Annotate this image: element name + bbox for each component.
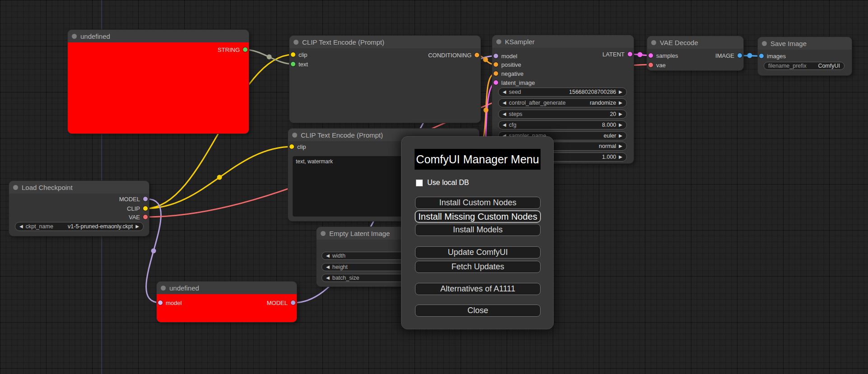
node-title: Save Image [770, 40, 807, 47]
vae-port-dot[interactable] [143, 215, 148, 219]
decrement-arrow-icon[interactable]: ◀ [326, 254, 330, 258]
node-title: CLIP Text Encode (Prompt) [302, 38, 384, 46]
model-port-dot[interactable] [158, 300, 163, 305]
input-port-samples[interactable]: samples [649, 51, 678, 60]
output-port-model[interactable]: MODEL [119, 195, 148, 203]
image-port-dot[interactable] [759, 54, 764, 58]
output-port-clip[interactable]: CLIP [127, 204, 148, 212]
input-port-vae[interactable]: vae [649, 61, 666, 69]
latent-port-dot[interactable] [494, 80, 498, 85]
input-port-negative[interactable]: negative [494, 69, 523, 78]
conditioning-port-dot[interactable] [475, 53, 479, 57]
conditioning-port-dot[interactable] [494, 71, 498, 76]
collapse-dot-icon[interactable] [762, 41, 767, 46]
clip-port-dot[interactable] [143, 206, 148, 211]
string-port-dot[interactable] [291, 62, 295, 66]
input-port-model[interactable]: model [158, 299, 182, 307]
collapse-dot-icon[interactable] [13, 185, 18, 190]
output-port-model[interactable]: MODEL [267, 299, 295, 307]
use-local-db-label: Use local DB [427, 179, 469, 187]
increment-arrow-icon[interactable]: ▶ [619, 90, 622, 94]
node-title: Empty Latent Image [329, 230, 390, 237]
collapse-dot-icon[interactable] [72, 34, 77, 39]
alternatives-of-a1111-button[interactable]: Alternatives of A1111 [415, 283, 541, 295]
increment-arrow-icon[interactable]: ▶ [619, 134, 622, 138]
node-title: CLIP Text Encode (Prompt) [301, 131, 383, 139]
node-title: KSampler [505, 38, 535, 46]
widget-filename-prefix[interactable]: filename_prefix ComfyUI [764, 62, 845, 70]
use-local-db-row: Use local DB [416, 179, 469, 187]
dialog-title: ComfyUI Manager Menu [415, 149, 541, 170]
update-comfyui-button[interactable]: Update ComfyUI [415, 246, 541, 259]
output-port-string[interactable]: STRING [218, 46, 247, 54]
collapse-dot-icon[interactable] [651, 40, 656, 45]
decrement-arrow-icon[interactable]: ◀ [503, 90, 506, 94]
input-port-text[interactable]: text [291, 60, 308, 68]
input-port-clip[interactable]: clip [289, 143, 306, 151]
widget-control-after-generate[interactable]: ◀ control_after_generate randomize ▶ [498, 98, 627, 107]
decrement-arrow-icon[interactable]: ◀ [503, 101, 506, 105]
string-port-dot[interactable] [243, 47, 247, 52]
output-port-conditioning[interactable]: CONDITIONING [428, 51, 479, 59]
node-save-image[interactable]: Save Image images filename_prefix ComfyU… [758, 37, 852, 75]
decrement-arrow-icon[interactable]: ◀ [326, 276, 330, 280]
clip-port-dot[interactable] [291, 52, 295, 57]
latent-port-dot[interactable] [628, 52, 632, 56]
close-button[interactable]: Close [415, 305, 541, 317]
node-load-checkpoint[interactable]: Load Checkpoint MODEL CLIP VAE ◀ ckpt_na… [9, 181, 149, 236]
input-port-latent-image[interactable]: latent_image [494, 78, 535, 87]
output-port-latent[interactable]: LATENT [602, 50, 632, 58]
widget-ckpt-name[interactable]: ◀ ckpt_name v1-5-pruned-emaonly.ckpt ▶ [15, 222, 144, 231]
increment-arrow-icon[interactable]: ▶ [619, 101, 622, 105]
use-local-db-checkbox[interactable] [416, 180, 423, 186]
collapse-dot-icon[interactable] [321, 231, 326, 236]
decrement-arrow-icon[interactable]: ◀ [503, 112, 506, 116]
node-title: VAE Decode [660, 39, 698, 46]
collapse-dot-icon[interactable] [294, 40, 299, 45]
install-models-button[interactable]: Install Models [415, 224, 541, 236]
node-clip-text-encode-positive[interactable]: CLIP Text Encode (Prompt) clip text COND… [289, 36, 481, 123]
collapse-dot-icon[interactable] [292, 133, 297, 138]
clip-port-dot[interactable] [289, 144, 294, 149]
collapse-dot-icon[interactable] [161, 286, 166, 291]
decrement-arrow-icon[interactable]: ◀ [503, 123, 506, 127]
node-canvas[interactable]: undefined STRING CLIP Text Encode (Promp… [0, 0, 868, 374]
input-port-images[interactable]: images [759, 52, 786, 60]
input-port-clip[interactable]: clip [291, 51, 308, 59]
decrement-arrow-icon[interactable]: ◀ [326, 265, 330, 269]
increment-arrow-icon[interactable]: ▶ [619, 123, 622, 127]
install-custom-nodes-button[interactable]: Install Custom Nodes [415, 197, 541, 209]
model-port-dot[interactable] [291, 300, 295, 305]
image-port-dot[interactable] [737, 53, 742, 58]
conditioning-port-dot[interactable] [494, 62, 498, 67]
comfyui-manager-menu-dialog: ComfyUI Manager Menu Use local DB Instal… [401, 136, 554, 329]
output-port-vae[interactable]: VAE [129, 213, 148, 221]
decrement-arrow-icon[interactable]: ◀ [19, 224, 23, 229]
increment-arrow-icon[interactable]: ▶ [135, 224, 139, 229]
node-undefined-top[interactable]: undefined STRING [68, 30, 249, 134]
widget-cfg[interactable]: ◀ cfg 8.000 ▶ [498, 120, 627, 129]
increment-arrow-icon[interactable]: ▶ [619, 144, 622, 148]
node-title: undefined [80, 32, 110, 40]
fetch-updates-button[interactable]: Fetch Updates [415, 261, 541, 273]
input-port-positive[interactable]: positive [494, 60, 521, 69]
increment-arrow-icon[interactable]: ▶ [619, 155, 622, 159]
collapse-dot-icon[interactable] [496, 39, 501, 44]
model-port-dot[interactable] [494, 54, 498, 58]
vae-port-dot[interactable] [649, 63, 653, 67]
widget-seed[interactable]: ◀ seed 156680208700286 ▶ [498, 88, 627, 97]
increment-arrow-icon[interactable]: ▶ [619, 112, 622, 116]
node-title: Load Checkpoint [22, 184, 73, 191]
node-title: undefined [169, 284, 199, 292]
latent-port-dot[interactable] [649, 53, 653, 58]
input-port-model[interactable]: model [494, 52, 517, 60]
install-missing-custom-nodes-button[interactable]: Install Missing Custom Nodes [415, 211, 541, 222]
model-port-dot[interactable] [143, 197, 148, 201]
widget-steps[interactable]: ◀ steps 20 ▶ [498, 110, 627, 119]
node-vae-decode[interactable]: VAE Decode samples vae IMAGE [647, 36, 743, 70]
node-undefined-bottom[interactable]: undefined model MODEL [157, 282, 297, 322]
output-port-image[interactable]: IMAGE [715, 51, 742, 60]
